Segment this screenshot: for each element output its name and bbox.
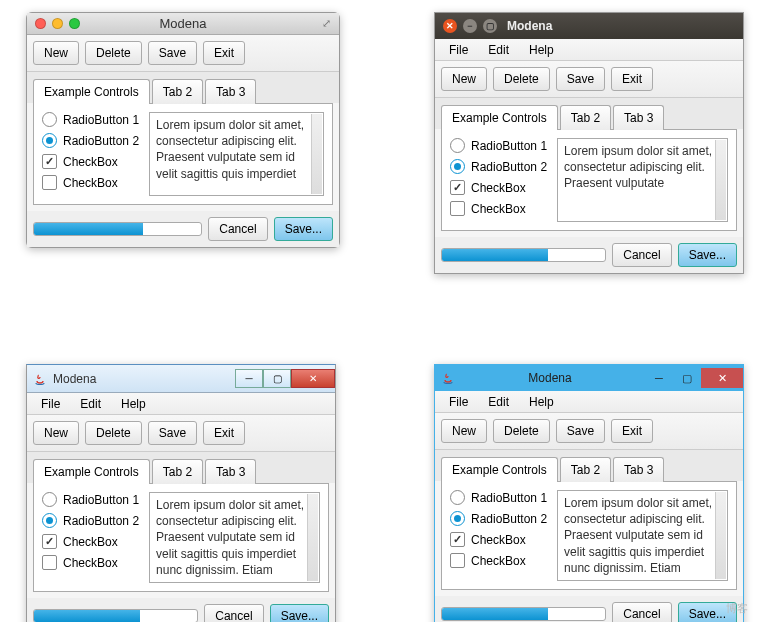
- maximize-icon[interactable]: ▢: [263, 369, 291, 388]
- save-button[interactable]: Save: [556, 419, 605, 443]
- cancel-button[interactable]: Cancel: [208, 217, 267, 241]
- radio-1[interactable]: [450, 138, 465, 153]
- tab-example-controls[interactable]: Example Controls: [33, 79, 150, 104]
- menu-help[interactable]: Help: [521, 41, 562, 59]
- close-icon[interactable]: ✕: [701, 368, 743, 388]
- tab-example-controls[interactable]: Example Controls: [33, 459, 150, 484]
- radio-2[interactable]: [42, 133, 57, 148]
- tab-content: RadioButton 1 RadioButton 2 CheckBox Che…: [441, 481, 737, 590]
- menubar: File Edit Help: [435, 39, 743, 61]
- radio-1-label: RadioButton 1: [63, 493, 139, 507]
- minimize-icon[interactable]: ─: [235, 369, 263, 388]
- tab-3[interactable]: Tab 3: [613, 105, 664, 130]
- delete-button[interactable]: Delete: [85, 41, 142, 65]
- text-area[interactable]: Lorem ipsum dolor sit amet, consectetur …: [149, 492, 320, 583]
- radio-2[interactable]: [450, 159, 465, 174]
- checkbox-2-label: CheckBox: [63, 556, 118, 570]
- exit-button[interactable]: Exit: [203, 41, 245, 65]
- tab-bar: Example Controls Tab 2 Tab 3: [27, 72, 339, 103]
- toolbar: New Delete Save Exit: [435, 413, 743, 450]
- exit-button[interactable]: Exit: [611, 67, 653, 91]
- radio-1[interactable]: [42, 492, 57, 507]
- radio-2[interactable]: [42, 513, 57, 528]
- checkbox-1[interactable]: [450, 532, 465, 547]
- text-area[interactable]: Lorem ipsum dolor sit amet, consectetur …: [149, 112, 324, 196]
- titlebar[interactable]: Modena ─ ▢ ✕: [27, 365, 335, 393]
- new-button[interactable]: New: [441, 419, 487, 443]
- tab-example-controls[interactable]: Example Controls: [441, 457, 558, 482]
- menubar: File Edit Help: [27, 393, 335, 415]
- close-icon[interactable]: ✕: [443, 19, 457, 33]
- tab-example-controls[interactable]: Example Controls: [441, 105, 558, 130]
- tab-3[interactable]: Tab 3: [205, 459, 256, 484]
- titlebar[interactable]: Modena ⤢: [27, 13, 339, 35]
- window-win8: Modena ─ ▢ ✕ File Edit Help New Delete S…: [434, 364, 744, 622]
- delete-button[interactable]: Delete: [85, 421, 142, 445]
- save-button[interactable]: Save: [148, 41, 197, 65]
- menu-help[interactable]: Help: [521, 393, 562, 411]
- progress-bar: [33, 609, 198, 622]
- menu-file[interactable]: File: [441, 41, 476, 59]
- save-as-button[interactable]: Save...: [678, 243, 737, 267]
- text-area[interactable]: Lorem ipsum dolor sit amet, consectetur …: [557, 138, 728, 222]
- checkbox-1-label: CheckBox: [63, 535, 118, 549]
- close-icon[interactable]: ✕: [291, 369, 335, 388]
- checkbox-2[interactable]: [450, 201, 465, 216]
- text-area[interactable]: Lorem ipsum dolor sit amet, consectetur …: [557, 490, 728, 581]
- tab-2[interactable]: Tab 2: [560, 457, 611, 482]
- checkbox-1[interactable]: [42, 534, 57, 549]
- checkbox-2[interactable]: [450, 553, 465, 568]
- checkbox-2[interactable]: [42, 555, 57, 570]
- titlebar[interactable]: ✕ − ▢ Modena: [435, 13, 743, 39]
- tab-content: RadioButton 1 RadioButton 2 CheckBox Che…: [33, 483, 329, 592]
- menu-help[interactable]: Help: [113, 395, 154, 413]
- minimize-icon[interactable]: −: [463, 19, 477, 33]
- menu-edit[interactable]: Edit: [480, 393, 517, 411]
- cancel-button[interactable]: Cancel: [612, 243, 671, 267]
- checkbox-1[interactable]: [42, 154, 57, 169]
- window-ubuntu: ✕ − ▢ Modena File Edit Help New Delete S…: [434, 12, 744, 274]
- progress-bar: [441, 248, 606, 262]
- tab-2[interactable]: Tab 2: [152, 459, 203, 484]
- checkbox-1[interactable]: [450, 180, 465, 195]
- checkbox-2-label: CheckBox: [63, 176, 118, 190]
- menu-edit[interactable]: Edit: [72, 395, 109, 413]
- menu-file[interactable]: File: [441, 393, 476, 411]
- radio-2-label: RadioButton 2: [63, 134, 139, 148]
- tab-bar: Example Controls Tab 2 Tab 3: [435, 450, 743, 481]
- maximize-icon[interactable]: ▢: [673, 368, 701, 388]
- radio-1-label: RadioButton 1: [471, 139, 547, 153]
- menu-edit[interactable]: Edit: [480, 41, 517, 59]
- save-button[interactable]: Save: [148, 421, 197, 445]
- titlebar[interactable]: Modena ─ ▢ ✕: [435, 365, 743, 391]
- window-title: Modena: [27, 16, 339, 31]
- delete-button[interactable]: Delete: [493, 67, 550, 91]
- tab-2[interactable]: Tab 2: [152, 79, 203, 104]
- checkbox-2-label: CheckBox: [471, 554, 526, 568]
- exit-button[interactable]: Exit: [611, 419, 653, 443]
- checkbox-2[interactable]: [42, 175, 57, 190]
- radio-1[interactable]: [450, 490, 465, 505]
- footer: Cancel Save...: [435, 596, 743, 622]
- tab-3[interactable]: Tab 3: [205, 79, 256, 104]
- minimize-icon[interactable]: ─: [645, 368, 673, 388]
- exit-button[interactable]: Exit: [203, 421, 245, 445]
- new-button[interactable]: New: [33, 41, 79, 65]
- new-button[interactable]: New: [33, 421, 79, 445]
- radio-2[interactable]: [450, 511, 465, 526]
- save-button[interactable]: Save: [556, 67, 605, 91]
- checkbox-2-label: CheckBox: [471, 202, 526, 216]
- tab-2[interactable]: Tab 2: [560, 105, 611, 130]
- cancel-button[interactable]: Cancel: [204, 604, 263, 622]
- window-title: Modena: [455, 371, 645, 385]
- save-as-button[interactable]: Save...: [270, 604, 329, 622]
- new-button[interactable]: New: [441, 67, 487, 91]
- toolbar: New Delete Save Exit: [435, 61, 743, 98]
- menu-file[interactable]: File: [33, 395, 68, 413]
- delete-button[interactable]: Delete: [493, 419, 550, 443]
- cancel-button[interactable]: Cancel: [612, 602, 671, 622]
- tab-3[interactable]: Tab 3: [613, 457, 664, 482]
- maximize-icon[interactable]: ▢: [483, 19, 497, 33]
- radio-1[interactable]: [42, 112, 57, 127]
- save-as-button[interactable]: Save...: [274, 217, 333, 241]
